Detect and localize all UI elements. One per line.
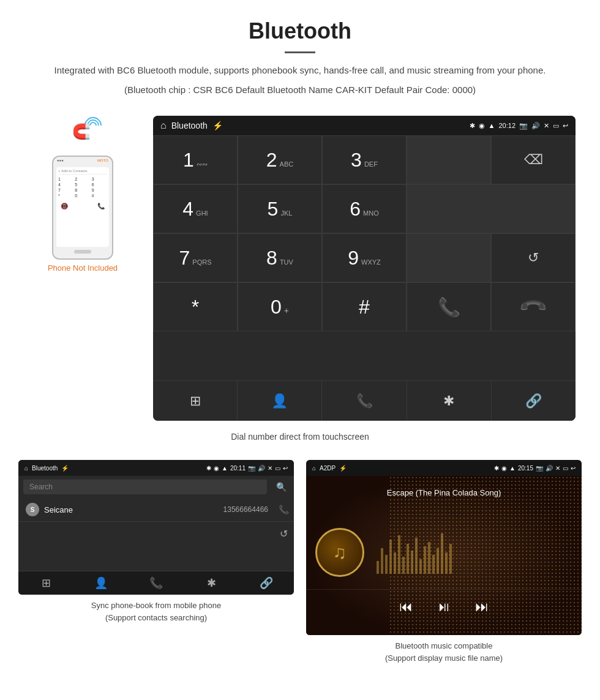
- pb-bt-icon: ✱: [206, 465, 211, 472]
- phone-not-included-label: Phone Not Included: [48, 263, 118, 273]
- key-empty-2: [407, 184, 576, 233]
- key-9[interactable]: 9 WXYZ: [322, 233, 407, 282]
- phone-not-included-text: Phone Not Included: [48, 263, 118, 273]
- phonebook-caption: Sync phone-book from mobile phone (Suppo…: [91, 600, 221, 623]
- key-3[interactable]: 3 DEF: [322, 135, 407, 184]
- key-5[interactable]: 5 JKL: [238, 184, 322, 233]
- music-note-icon: ♫: [333, 542, 347, 563]
- close-icon[interactable]: ✕: [544, 122, 549, 130]
- status-right: ✱ ◉ ▲ 20:12 📷 🔊 ✕ ▭ ↩: [470, 122, 568, 130]
- pb-back-icon[interactable]: ↩: [283, 465, 288, 472]
- key-refresh[interactable]: ↺: [491, 233, 576, 282]
- key-1[interactable]: 1 ∾∾: [153, 135, 238, 184]
- music-home-icon[interactable]: ⌂: [312, 465, 316, 472]
- phonebook-caption-line1: Sync phone-book from mobile phone: [91, 601, 221, 610]
- pb-contact-number: 13566664466: [223, 505, 268, 514]
- key-8[interactable]: 8 TUV: [238, 233, 322, 282]
- key-hangup[interactable]: 📞: [491, 282, 576, 331]
- key-empty-1: [407, 135, 491, 184]
- phonebook-caption-line2: (Support contacts searching): [105, 613, 207, 622]
- phone-call-icon: 📞: [97, 203, 105, 209]
- pb-wifi-icon: ▲: [222, 465, 228, 472]
- pb-apps-btn[interactable]: ⊞: [18, 576, 73, 590]
- music-prev-btn[interactable]: ⏮: [399, 599, 413, 615]
- back-icon[interactable]: ↩: [563, 122, 568, 130]
- pb-search-icon[interactable]: 🔍: [276, 482, 287, 492]
- music-status-bar: ⌂ A2DP ⚡ ✱ ◉ ▲ 20:15 📷 🔊 ✕ ▭ ↩: [306, 460, 582, 476]
- key-hash[interactable]: #: [322, 282, 407, 331]
- key-0[interactable]: 0 +: [238, 282, 322, 331]
- wifi-icon: ▲: [489, 122, 495, 129]
- volume-icon[interactable]: 🔊: [531, 122, 540, 130]
- pb-search-placeholder: Search: [29, 483, 53, 491]
- music-play-btn[interactable]: ⏯: [437, 599, 451, 615]
- key-6[interactable]: 6 MNO: [322, 184, 407, 233]
- music-album-art: ♫: [315, 528, 364, 577]
- pb-loc-icon: ◉: [214, 465, 219, 472]
- bluetooth-signal: 🧲: [67, 110, 98, 140]
- dial-apps-btn[interactable]: ⊞: [153, 381, 238, 421]
- key-star[interactable]: *: [153, 282, 238, 331]
- pb-time: 20:11: [230, 465, 246, 472]
- pb-camera-icon[interactable]: 📷: [248, 465, 255, 472]
- music-x-icon[interactable]: ✕: [555, 465, 560, 472]
- music-song-title: Escape (The Pina Colada Song): [306, 476, 582, 497]
- key-2[interactable]: 2 ABC: [238, 135, 322, 184]
- music-win-icon[interactable]: ▭: [563, 465, 568, 472]
- pb-bt-btn[interactable]: ✱: [184, 576, 239, 590]
- music-cam-icon[interactable]: 📷: [536, 465, 543, 472]
- pb-vol-icon[interactable]: 🔊: [258, 465, 265, 472]
- pb-win-icon[interactable]: ▭: [275, 465, 280, 472]
- dial-link-btn[interactable]: 🔗: [492, 381, 576, 421]
- pb-search-wrapper: Search 🔍: [18, 480, 272, 494]
- header-description: Integrated with BC6 Bluetooth module, su…: [12, 63, 588, 78]
- music-time: 20:15: [518, 465, 533, 472]
- pb-phone-btn[interactable]: 📞: [129, 576, 184, 590]
- page-header: Bluetooth Integrated with BC6 Bluetooth …: [0, 0, 600, 103]
- phone-top-bar: ●●● MOTO: [53, 157, 112, 162]
- pb-status-left: ⌂ Bluetooth ⚡: [24, 465, 69, 472]
- phone-area: 🧲 ●●● MOTO + Add to Contacts 123 456 789…: [24, 116, 141, 273]
- status-left: ⌂ Bluetooth ⚡: [160, 120, 223, 131]
- bluetooth-status-icon: ✱: [470, 122, 475, 130]
- key-empty-3: [407, 233, 491, 282]
- dial-bluetooth-btn[interactable]: ✱: [407, 381, 492, 421]
- music-screenshot-item: ⌂ A2DP ⚡ ✱ ◉ ▲ 20:15 📷 🔊 ✕ ▭ ↩: [306, 460, 582, 664]
- phonebook-frame: ⌂ Bluetooth ⚡ ✱ ◉ ▲ 20:11 📷 🔊 ✕ ▭ ↩: [18, 460, 294, 595]
- phone-action-row: 📵 📞: [58, 203, 107, 209]
- pb-usb-icon: ⚡: [61, 465, 69, 472]
- keypad-grid: 1 ∾∾ 2 ABC 3 DEF ⌫: [153, 135, 576, 380]
- page-title: Bluetooth: [12, 18, 588, 44]
- phone-keypad-mini: 123 456 789 *0#: [58, 177, 107, 198]
- music-screen: Escape (The Pina Colada Song) ♫: [306, 476, 582, 635]
- music-loc-icon: ◉: [501, 465, 507, 472]
- music-vol-icon[interactable]: 🔊: [546, 465, 553, 472]
- key-4[interactable]: 4 GHI: [153, 184, 238, 233]
- pb-home-icon[interactable]: ⌂: [24, 465, 28, 472]
- music-next-btn[interactable]: ⏭: [475, 599, 489, 615]
- home-icon[interactable]: ⌂: [160, 120, 167, 131]
- music-back-icon[interactable]: ↩: [571, 465, 576, 472]
- dial-phone-btn[interactable]: 📞: [322, 381, 407, 421]
- pb-status-bar: ⌂ Bluetooth ⚡ ✱ ◉ ▲ 20:11 📷 🔊 ✕ ▭ ↩: [18, 460, 294, 476]
- pb-bottom-bar: ⊞ 👤 📞 ✱ 🔗: [18, 571, 294, 595]
- camera-icon[interactable]: 📷: [519, 122, 528, 130]
- pb-link-btn[interactable]: 🔗: [239, 576, 294, 590]
- bluetooth-icon: 🧲: [72, 123, 91, 140]
- phone-screen: + Add to Contacts 123 456 789 *0# 📵 📞: [56, 167, 109, 247]
- music-status-left: ⌂ A2DP ⚡: [312, 465, 347, 472]
- pb-refresh-icon-side[interactable]: ↺: [280, 528, 288, 540]
- music-caption-line1: Bluetooth music compatible: [396, 641, 493, 650]
- pb-avatar: S: [26, 503, 39, 516]
- pb-call-icon-right[interactable]: 📞: [279, 505, 289, 514]
- key-backspace[interactable]: ⌫: [491, 135, 576, 184]
- window-icon[interactable]: ▭: [553, 122, 559, 130]
- pb-status-right: ✱ ◉ ▲ 20:11 📷 🔊 ✕ ▭ ↩: [206, 465, 288, 472]
- key-7[interactable]: 7 PQRS: [153, 233, 238, 282]
- pb-contacts-btn[interactable]: 👤: [73, 576, 129, 590]
- dial-screen: ⌂ Bluetooth ⚡ ✱ ◉ ▲ 20:12 📷 🔊 ✕ ▭ ↩ 1: [153, 116, 576, 421]
- dial-contacts-btn[interactable]: 👤: [238, 381, 322, 421]
- pb-x-icon[interactable]: ✕: [268, 465, 272, 472]
- pb-search-bar[interactable]: Search: [23, 480, 267, 494]
- key-call[interactable]: 📞: [407, 282, 491, 331]
